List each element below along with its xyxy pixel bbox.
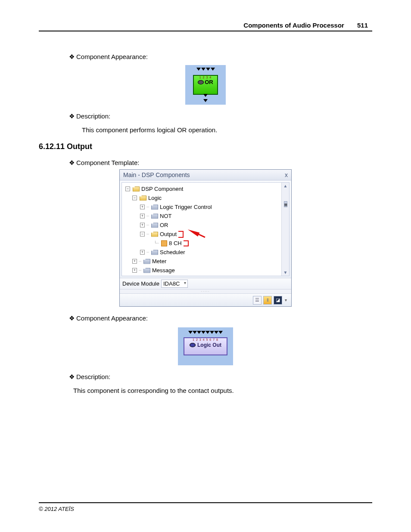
tree-label: 8 CH: [169, 240, 182, 246]
collapse-icon[interactable]: −: [125, 187, 130, 191]
vertical-scrollbar[interactable]: ▲ ≡ ▼: [281, 183, 289, 276]
tree-node-message[interactable]: +┈ Message: [123, 266, 288, 275]
page-header: Components of Audio Processor 511: [39, 22, 372, 31]
page-footer: © 2012 ATEÏS: [39, 502, 372, 512]
logic-out-component-icon: 1 2 3 4 5 6 7 8 Logic Out: [178, 327, 233, 365]
folder-closed-icon: [143, 268, 150, 273]
folder-open-icon: [140, 196, 146, 201]
scroll-down-icon[interactable]: ▼: [283, 270, 288, 275]
toolbar-dropdown-icon[interactable]: ▾: [285, 298, 287, 302]
tree-label: Output: [160, 231, 177, 237]
tree-node-scheduler[interactable]: +┈ Scheduler: [123, 248, 288, 257]
panel-toolbar: ☰ ⦀ ◪ ▾: [120, 293, 291, 306]
folder-closed-icon: [151, 223, 158, 228]
tree-label: Scheduler: [160, 249, 185, 255]
or-component-icon: 1 2 3 4 OR: [185, 65, 226, 105]
expand-icon[interactable]: +: [132, 259, 137, 264]
tree-label: NOT: [160, 213, 171, 219]
header-title: Components of Audio Processor: [243, 22, 344, 29]
tree-node-8ch[interactable]: └┈ 8 CH: [123, 239, 288, 248]
section-heading: 6.12.11 Output: [39, 142, 372, 151]
logic-out-description-text: This component is corresponding to the c…: [73, 387, 372, 394]
dsp-components-panel: Main - DSP Components x − DSP Component …: [119, 169, 292, 307]
tree-label: Logic: [148, 195, 162, 201]
tree-node-not[interactable]: +┈ NOT: [123, 212, 288, 221]
device-module-select[interactable]: IDA8C: [161, 280, 188, 288]
tree-node-dsp-component[interactable]: − DSP Component: [123, 184, 288, 193]
highlight-bracket: [178, 231, 184, 238]
expand-icon[interactable]: +: [132, 268, 137, 273]
or-description-text: This component performs logical OR opera…: [82, 126, 372, 134]
expand-icon[interactable]: +: [140, 205, 145, 209]
component-icon: [161, 240, 167, 246]
or-pins: 1 2 3 4: [199, 76, 212, 79]
label-description-2: Description:: [69, 373, 372, 381]
device-module-value: IDA8C: [163, 280, 180, 287]
or-label: OR: [205, 79, 213, 85]
label-template: Component Template:: [69, 159, 372, 167]
panel-title: Main - DSP Components: [123, 171, 190, 178]
collapse-icon[interactable]: −: [140, 232, 145, 236]
scroll-up-icon[interactable]: ▲: [283, 184, 288, 188]
expand-icon[interactable]: +: [140, 250, 145, 255]
device-module-row: Device Module IDA8C: [120, 278, 291, 289]
device-module-label: Device Module: [122, 280, 159, 287]
label-appearance-1: Component Appearance:: [69, 53, 372, 61]
or-disc-icon: [198, 80, 204, 84]
tree-label: DSP Component: [141, 186, 183, 192]
toolbar-settings-button[interactable]: ◪: [274, 296, 282, 305]
tree-node-logic[interactable]: − Logic: [123, 193, 288, 202]
logic-out-pins: 1 2 3 4 5 6 7 8: [193, 338, 218, 341]
label-appearance-2: Component Appearance:: [69, 314, 372, 322]
page-number: 511: [353, 22, 372, 29]
label-description-1: Description:: [69, 112, 372, 120]
expand-icon[interactable]: +: [140, 223, 145, 227]
panel-titlebar: Main - DSP Components x: [120, 170, 291, 180]
folder-closed-icon: [151, 250, 158, 255]
tree-label: Message: [152, 267, 175, 274]
tree-label: Logic Trigger Control: [160, 204, 212, 210]
scroll-thumb[interactable]: ≡: [284, 201, 287, 207]
folder-closed-icon: [151, 214, 158, 219]
tree-label: OR: [160, 222, 168, 228]
logic-out-label: Logic Out: [197, 342, 221, 348]
expand-icon[interactable]: +: [140, 214, 145, 218]
folder-closed-icon: [151, 205, 158, 210]
toolbar-columns-button[interactable]: ⦀: [263, 296, 272, 305]
tree-label: Meter: [152, 258, 166, 264]
folder-open-icon: [151, 232, 158, 237]
panel-close-button[interactable]: x: [285, 171, 288, 178]
panel-grip[interactable]: ·····: [120, 289, 291, 293]
tree-node-meter[interactable]: +┈ Meter: [123, 257, 288, 266]
toolbar-list-button[interactable]: ☰: [253, 296, 262, 305]
logic-out-disc-icon: [190, 343, 196, 347]
folder-open-icon: [133, 187, 140, 192]
folder-closed-icon: [143, 259, 150, 264]
tree-node-ltc[interactable]: +┈ Logic Trigger Control: [123, 202, 288, 212]
highlight-bracket: [184, 240, 189, 246]
collapse-icon[interactable]: −: [132, 196, 137, 200]
tree-node-output[interactable]: −┈ Output: [123, 230, 288, 239]
tree-body: − DSP Component − Logic +┈ Logic Trigger…: [121, 182, 290, 276]
tree-node-or[interactable]: +┈ OR: [123, 221, 288, 230]
